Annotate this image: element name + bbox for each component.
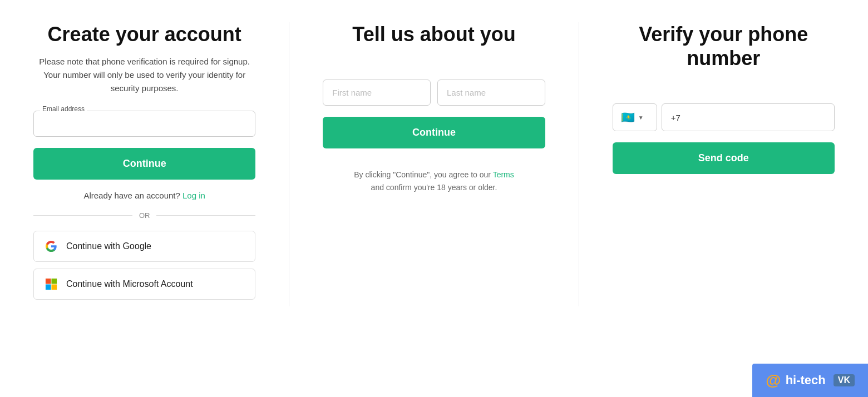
name-fields-wrapper: Continue By clicking "Continue", you agr… (323, 80, 545, 193)
name-row (323, 80, 545, 106)
terms-text: By clicking "Continue", you agree to our… (323, 168, 545, 193)
watermark-vk: VK (834, 374, 855, 386)
microsoft-button-label: Continue with Microsoft Account (66, 279, 193, 289)
create-account-section: Create your account Please note that pho… (0, 22, 289, 306)
divider-line-left (33, 215, 132, 216)
svg-rect-3 (51, 285, 57, 290)
create-account-subtitle: Please note that phone verification is r… (39, 55, 250, 95)
already-account-text: Already have an account? Log in (33, 191, 255, 200)
verify-phone-title: Verify your phone number (613, 22, 835, 70)
chevron-down-icon: ▼ (638, 115, 644, 121)
tell-us-title: Tell us about you (323, 22, 545, 46)
google-button-label: Continue with Google (66, 241, 151, 251)
first-name-input[interactable] (323, 80, 431, 106)
svg-rect-2 (46, 285, 51, 290)
phone-row: 🇰🇿 ▼ +7 (613, 103, 835, 131)
email-label: Email address (40, 105, 87, 113)
or-text: OR (139, 211, 150, 220)
create-account-title: Create your account (33, 22, 255, 46)
phone-input[interactable] (685, 105, 825, 130)
microsoft-button[interactable]: Continue with Microsoft Account (33, 269, 255, 300)
or-divider: OR (33, 211, 255, 220)
watermark-at-icon: @ (766, 371, 781, 389)
phone-input-wrapper: +7 (662, 103, 835, 131)
terms-link[interactable]: Terms (493, 170, 514, 179)
phone-country-code: +7 (671, 113, 680, 122)
login-link[interactable]: Log in (183, 191, 205, 200)
email-input[interactable] (33, 111, 255, 137)
tell-us-continue-button[interactable]: Continue (323, 117, 545, 148)
country-select[interactable]: 🇰🇿 ▼ (613, 103, 657, 131)
microsoft-icon (45, 278, 57, 290)
send-code-button[interactable]: Send code (613, 142, 835, 174)
create-account-continue-button[interactable]: Continue (33, 148, 255, 180)
google-icon (45, 240, 57, 252)
watermark: @ hi-tech VK (752, 364, 868, 397)
svg-rect-1 (51, 279, 57, 284)
tell-us-section: Tell us about you Continue By clicking "… (289, 22, 579, 306)
email-field-group: Email address (33, 111, 255, 137)
country-flag: 🇰🇿 (621, 111, 635, 124)
watermark-brand: hi-tech (786, 373, 826, 388)
google-button[interactable]: Continue with Google (33, 231, 255, 262)
divider-line-right (156, 215, 255, 216)
svg-rect-0 (46, 279, 51, 284)
phone-wrapper: 🇰🇿 ▼ +7 Send code (613, 103, 835, 185)
verify-phone-section: Verify your phone number 🇰🇿 ▼ +7 Send co… (579, 22, 868, 306)
last-name-input[interactable] (437, 80, 545, 106)
